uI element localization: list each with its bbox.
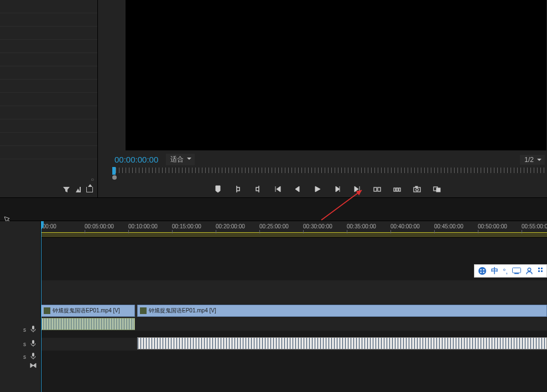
mic-icon[interactable] — [30, 353, 36, 360]
playhead-handle[interactable] — [41, 221, 44, 227]
audio-clip-2[interactable] — [137, 337, 547, 349]
panel-row — [0, 146, 97, 159]
monitor-left-strip — [110, 0, 126, 150]
panel-row — [0, 40, 97, 53]
ime-keyboard-icon[interactable] — [512, 268, 521, 274]
extract-button[interactable] — [392, 184, 402, 194]
ime-more-icon[interactable] — [538, 267, 543, 275]
svg-point-15 — [480, 269, 482, 271]
svg-rect-23 — [541, 268, 543, 269]
res-label: 1/2 — [524, 156, 534, 164]
video-clip-1[interactable]: 钟馗捉鬼国语EP01.mp4 [V] — [41, 305, 135, 317]
divider-strip — [0, 198, 547, 221]
svg-point-18 — [483, 271, 485, 273]
timeline-ruler[interactable]: :00:0000:05:00:0000:10:00:0000:15:00:000… — [41, 221, 547, 238]
video-clip-2[interactable]: 钟馗捉鬼国语EP01.mp4 [V] — [137, 305, 547, 317]
ime-logo-icon[interactable] — [478, 266, 487, 275]
track-headers: s s s — [0, 221, 41, 392]
panel-row — [0, 13, 97, 27]
svg-rect-0 — [374, 187, 377, 191]
ime-punct-icon[interactable]: °, — [503, 267, 508, 275]
svg-rect-1 — [378, 187, 381, 191]
video-track-spacer — [41, 238, 547, 280]
audio-track-a3[interactable] — [41, 351, 547, 362]
goto-in-button[interactable] — [273, 184, 283, 194]
panel-row — [0, 119, 97, 133]
panel-row — [0, 80, 97, 93]
zoom-label: 适合 — [170, 155, 184, 163]
solo-label: s — [23, 327, 26, 333]
svg-rect-7 — [415, 186, 418, 187]
panel-row — [0, 27, 97, 40]
svg-rect-4 — [399, 188, 400, 191]
svg-rect-22 — [538, 268, 540, 269]
mark-out-button[interactable] — [253, 184, 263, 194]
program-monitor-panel: 00:00:00:00 适合 1/2 — [98, 0, 547, 197]
track-gap — [41, 331, 547, 337]
work-area-bar[interactable] — [41, 232, 547, 237]
panel-row — [0, 66, 97, 80]
timeline-body[interactable]: :00:0000:05:00:0000:10:00:0000:15:00:000… — [41, 221, 547, 392]
track-gap — [41, 362, 547, 392]
video-track-v2[interactable] — [41, 280, 547, 304]
svg-rect-19 — [513, 268, 521, 273]
snapshot-button[interactable] — [412, 184, 422, 194]
ruler-tick: 00:25:00:00 — [259, 223, 289, 229]
mark-in-button[interactable] — [233, 184, 243, 194]
solo-label: s — [23, 354, 26, 360]
ruler-tick: 00:45:00:00 — [434, 223, 463, 229]
svg-rect-24 — [538, 270, 540, 272]
add-marker-button[interactable] — [213, 184, 223, 194]
compare-button[interactable] — [432, 184, 442, 194]
step-back-button[interactable] — [293, 184, 303, 194]
svg-point-21 — [528, 268, 531, 271]
ruler-tick: 00:35:00:00 — [347, 223, 376, 229]
audio-track-header-3[interactable]: s — [0, 353, 40, 360]
clip-thumbnail-icon — [44, 307, 50, 314]
timeline-panel: s s s :00:0000:05:00:0000:10:00:0000:15:… — [0, 221, 547, 392]
svg-rect-12 — [32, 353, 34, 357]
scrubber-handle[interactable] — [112, 175, 117, 180]
lift-button[interactable] — [372, 184, 382, 194]
video-monitor[interactable] — [126, 0, 546, 150]
ruler-tick: 00:55:00:00 — [522, 223, 547, 229]
playhead[interactable] — [41, 221, 41, 392]
ime-toolbar[interactable]: 中 °, — [474, 264, 547, 278]
ime-user-icon[interactable] — [525, 267, 533, 275]
waveform — [41, 318, 134, 330]
step-forward-button[interactable] — [332, 184, 342, 194]
mic-icon[interactable] — [30, 340, 36, 348]
transport-bar — [110, 180, 545, 196]
panel-resize-handle[interactable]: ○ — [0, 176, 97, 182]
timecode-display[interactable]: 00:00:00:00 — [110, 155, 158, 164]
scrubber-playhead[interactable] — [112, 167, 116, 175]
mic-icon[interactable] — [30, 326, 36, 333]
svg-point-14 — [478, 267, 486, 275]
ruler-tick: 00:20:00:00 — [216, 223, 245, 229]
monitor-scrubber[interactable] — [112, 168, 545, 179]
panel-row — [0, 106, 97, 119]
svg-rect-9 — [436, 188, 440, 192]
clip-thumbnail-icon — [140, 307, 147, 314]
clip-label: 钟馗捉鬼国语EP01.mp4 [V] — [149, 307, 216, 315]
svg-rect-3 — [397, 188, 398, 191]
svg-point-6 — [416, 189, 419, 191]
new-item-icon[interactable] — [76, 186, 81, 195]
solo-label: s — [23, 341, 26, 347]
goto-out-button[interactable] — [352, 184, 362, 194]
zoom-dropdown[interactable]: 适合 — [166, 154, 195, 165]
panel-row — [0, 93, 97, 106]
export-icon[interactable] — [86, 186, 93, 195]
ime-lang-toggle[interactable]: 中 — [491, 266, 498, 276]
svg-rect-11 — [32, 340, 34, 344]
filter-icon[interactable] — [62, 186, 70, 195]
play-button[interactable] — [312, 184, 322, 194]
snap-toggle-icon[interactable] — [29, 361, 38, 368]
audio-track-header-2[interactable]: s — [0, 340, 40, 348]
audio-track-header-1[interactable]: s — [0, 326, 40, 333]
ruler-tick: 00:30:00:00 — [303, 223, 332, 229]
svg-rect-2 — [394, 188, 395, 191]
resolution-dropdown[interactable]: 1/2 — [520, 155, 545, 165]
waveform — [138, 338, 546, 349]
audio-clip-1[interactable] — [41, 318, 135, 330]
